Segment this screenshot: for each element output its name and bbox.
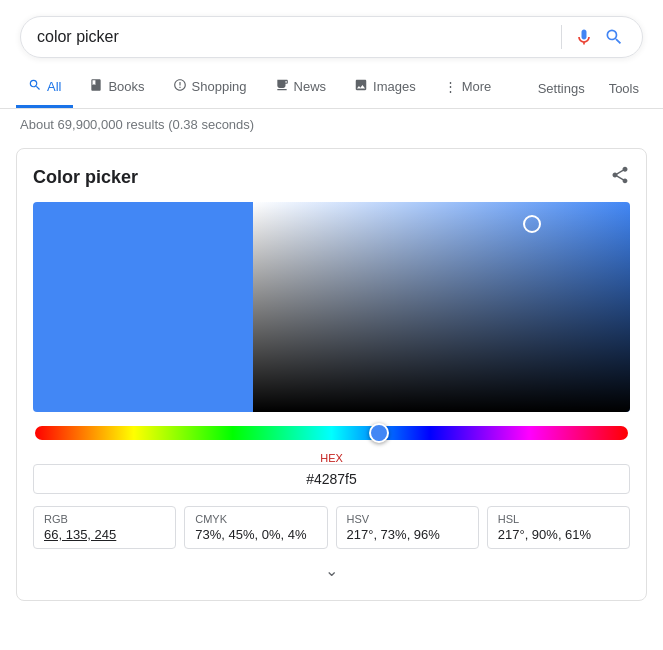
search-bar-wrapper: color picker [0, 0, 663, 68]
mic-icon[interactable] [574, 27, 594, 47]
search-input[interactable]: color picker [37, 28, 549, 46]
hsv-value: 217°, 73%, 96% [347, 527, 468, 542]
news-icon [275, 78, 289, 95]
color-picker-card: Color picker HEX #4287f5 RGB 66, 135, 24… [16, 148, 647, 601]
color-display[interactable] [33, 202, 630, 412]
share-icon[interactable] [610, 165, 630, 190]
hex-input[interactable]: #4287f5 [33, 464, 630, 494]
card-header: Color picker [33, 165, 630, 190]
rgb-label: RGB [44, 513, 165, 525]
color-formats: RGB 66, 135, 245 CMYK 73%, 45%, 0%, 4% H… [33, 506, 630, 549]
all-icon [28, 78, 42, 95]
nav-right: Settings Tools [530, 71, 647, 106]
books-icon [89, 78, 103, 95]
tab-shopping[interactable]: Shopping [161, 68, 259, 108]
tab-more[interactable]: ⋮ More [432, 69, 504, 107]
tab-books-label: Books [108, 79, 144, 94]
tab-books[interactable]: Books [77, 68, 156, 108]
tab-news[interactable]: News [263, 68, 339, 108]
tab-all-label: All [47, 79, 61, 94]
card-title: Color picker [33, 167, 138, 188]
images-icon [354, 78, 368, 95]
tab-more-label: More [462, 79, 492, 94]
nav-tabs: All Books Shopping News Images ⋮ More Se… [0, 68, 663, 109]
hex-container: HEX #4287f5 [33, 452, 630, 494]
tools-link[interactable]: Tools [601, 71, 647, 106]
search-bar: color picker [20, 16, 643, 58]
hsv-box[interactable]: HSV 217°, 73%, 96% [336, 506, 479, 549]
color-cursor [523, 215, 541, 233]
color-solid-panel [33, 202, 253, 412]
color-gradient-panel[interactable] [253, 202, 630, 412]
hex-label: HEX [33, 452, 630, 464]
hue-slider-track[interactable] [35, 426, 628, 440]
hsl-value: 217°, 90%, 61% [498, 527, 619, 542]
rgb-value: 66, 135, 245 [44, 527, 165, 542]
tab-images[interactable]: Images [342, 68, 428, 108]
expand-button[interactable]: ⌄ [33, 549, 630, 584]
search-divider [561, 25, 562, 49]
settings-link[interactable]: Settings [530, 71, 593, 106]
tab-images-label: Images [373, 79, 416, 94]
expand-icon: ⌄ [325, 562, 338, 579]
cmyk-box[interactable]: CMYK 73%, 45%, 0%, 4% [184, 506, 327, 549]
hsl-label: HSL [498, 513, 619, 525]
cmyk-value: 73%, 45%, 0%, 4% [195, 527, 316, 542]
hue-slider-thumb[interactable] [369, 423, 389, 443]
cmyk-label: CMYK [195, 513, 316, 525]
rgb-box[interactable]: RGB 66, 135, 245 [33, 506, 176, 549]
tab-shopping-label: Shopping [192, 79, 247, 94]
results-count: About 69,900,000 results (0.38 seconds) [0, 109, 663, 140]
tab-news-label: News [294, 79, 327, 94]
search-icon[interactable] [602, 25, 626, 49]
shopping-icon [173, 78, 187, 95]
hsl-box[interactable]: HSL 217°, 90%, 61% [487, 506, 630, 549]
tab-all[interactable]: All [16, 68, 73, 108]
hsv-label: HSV [347, 513, 468, 525]
more-icon: ⋮ [444, 79, 457, 94]
hue-slider-container [33, 426, 630, 440]
